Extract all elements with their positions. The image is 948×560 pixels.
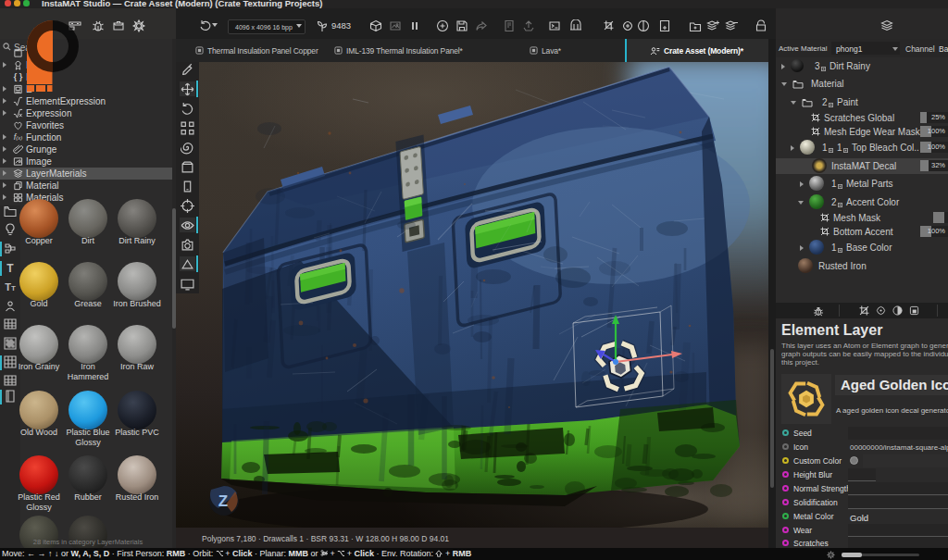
svg-text:Z: Z [218,492,228,510]
